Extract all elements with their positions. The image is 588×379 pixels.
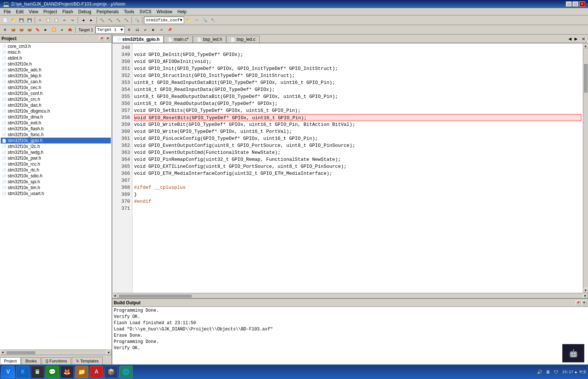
file-item-stm32f10x_conf_h[interactable]: 📄stm32f10x_conf.h [1,91,111,96]
tb2-btn14[interactable]: 📌 [166,26,173,33]
tb2-btn10[interactable]: 🗂 [134,26,141,33]
file-item-stm32f10x_dma_h[interactable]: 📄stm32f10x_dma.h [1,114,111,120]
code-hscroll-track[interactable] [118,294,582,298]
tb-redo-button[interactable]: ↪ [69,17,76,24]
app-k-button[interactable]: K [16,366,29,378]
tb2-btn12[interactable]: ▶ [150,26,157,33]
left-hscroll-right-button[interactable]: ▶ [106,350,112,355]
tb2-btn13[interactable]: ↩ [158,26,165,33]
left-hscroll-track[interactable] [6,351,106,354]
start-button[interactable]: V [1,366,15,378]
file-item-stm32f10x_i2c_h[interactable]: 📄stm32f10x_i2c.h [1,144,111,149]
tb-build-button[interactable]: 🔨 [98,17,106,24]
menu-edit[interactable]: Edit [14,8,26,15]
tb2-btn9[interactable]: 📤 [66,26,74,33]
app-browser-button[interactable]: 🦊 [60,366,74,378]
file-item-stm32f10x_rtc_h[interactable]: 📄stm32f10x_rtc.h [1,167,111,173]
file-item-stm32f10x_pwr_h[interactable]: 📄stm32f10x_pwr.h [1,155,111,161]
file-item-stm32f10x_usart_h[interactable]: 📄stm32f10x_usart.h [1,191,111,196]
app-folder-button[interactable]: 📁 [75,366,88,378]
tab-functions[interactable]: {} Functions [42,357,71,364]
tb-paste-button[interactable]: 📋 [53,17,60,24]
tb-build4-button[interactable]: 🔨 [123,17,130,24]
file-item-stm32f10x_gpio_h[interactable]: 📄stm32f10x_gpio.h [1,138,111,144]
panel-close-button[interactable]: ✕ [105,36,110,41]
tab-close-all-button[interactable]: ✕ [579,35,588,43]
file-item-stm32f10x_crc_h[interactable]: 📄stm32f10x_crc.h [1,96,111,102]
tab-bsp-led-h[interactable]: 📄 bsp_led.h [193,36,226,43]
code-vscrollbar[interactable]: ▲ ▼ [583,43,588,293]
left-hscroll-left-button[interactable]: ◀ [0,350,5,355]
file-item-stm32f10x_adc_h[interactable]: 📄stm32f10x_adc.h [1,67,111,73]
left-hscroll-thumb[interactable] [6,351,35,354]
menu-tools[interactable]: Tools [122,8,137,15]
app-chat-button[interactable]: 💬 [46,366,59,378]
target-dropdown[interactable]: Target 1▼ [95,26,125,33]
close-button[interactable]: ✕ [579,1,585,7]
tb2-btn6[interactable]: ▶ [42,26,49,33]
menu-project[interactable]: Project [41,8,59,15]
menu-flash[interactable]: Flash [60,8,75,15]
tab-nav-left-button[interactable]: ◀ [567,35,573,43]
tab-nav-right-button[interactable]: ▶ [573,35,579,43]
menu-window[interactable]: Window [154,8,175,15]
tb-build3-button[interactable]: 🔨 [115,17,122,24]
file-item-stm32f10x_sdio_h[interactable]: 📄stm32f10x_sdio.h [1,173,111,179]
tb2-btn4[interactable]: 📦 [26,26,33,33]
tb2-btn7[interactable]: 🔀 [50,26,57,33]
tb-goto-button[interactable]: → [193,17,200,24]
file-item-stm32f10x_dac_h[interactable]: 📄stm32f10x_dac.h [1,102,111,108]
file-item-stm32f10x_h[interactable]: 📄stm32f10x.h [1,61,111,67]
tb2-btn3[interactable]: 📦 [18,26,25,33]
vscroll-up-button[interactable]: ▲ [583,43,588,49]
file-item-stm32f10x_rcc_h[interactable]: 📄stm32f10x_rcc.h [1,161,111,167]
tb-search-button[interactable]: 🔍 [133,17,141,24]
code-content[interactable]: void GPIO_DeInit(GPIO_TypeDef* GPIOx);vo… [133,43,583,293]
minimize-button[interactable]: ─ [566,1,572,7]
tb2-btn5[interactable]: 🔖 [34,26,41,33]
file-item-stm32f10x_fsmc_h[interactable]: 📄stm32f10x_fsmc.h [1,132,111,138]
build-close-button[interactable]: ✕ [581,300,587,305]
tb2-btn11[interactable]: ✔ [142,26,149,33]
tab-books[interactable]: Books [21,357,41,364]
tab-templates[interactable]: ↳ Templates [72,357,103,364]
file-dropdown[interactable]: stm32f10x_conf ▼ [144,17,184,24]
vscroll-down-button[interactable]: ▼ [583,288,588,293]
left-hscrollbar[interactable]: ◀ ▶ [0,350,112,355]
menu-help[interactable]: Help [175,8,189,15]
tb-tools-button[interactable]: 🔧 [209,17,216,24]
tb-save-button[interactable]: 💾 [18,17,25,24]
menu-view[interactable]: View [27,8,41,15]
panel-pin-button[interactable]: 📌 [99,36,104,41]
file-item-stm32f10x_tim_h[interactable]: 📄stm32f10x_tim.h [1,185,111,191]
file-item-stm32f10x_iwdg_h[interactable]: 📄stm32f10x_iwdg.h [1,149,111,155]
menu-debug[interactable]: Debug [76,8,94,15]
tb-search2-button[interactable]: 🔍 [201,17,208,24]
tb-cut-button[interactable]: ✂ [36,17,44,24]
tb2-settings-button[interactable]: ⚙ [126,26,133,33]
tb-nav-back-button[interactable]: ◀ [80,17,87,24]
code-hscroll-left-button[interactable]: ◀ [112,293,117,298]
file-item-stm32f10x_exti_h[interactable]: 📄stm32f10x_exti.h [1,120,111,126]
app-7-button[interactable]: 📦 [105,366,118,378]
code-hscrollbar[interactable]: ◀ ▶ [112,293,588,298]
tab-main-c[interactable]: 📄 main.c* [164,36,193,43]
file-item-stm32f10x_bkp_h[interactable]: 📄stm32f10x_bkp.h [1,73,111,79]
file-item-stm32f10x_flash_h[interactable]: 📄stm32f10x_flash.h [1,126,111,132]
tb-nav-fwd-button[interactable]: ▶ [88,17,95,24]
app-calc-button[interactable]: 🖩 [31,366,44,378]
app-8-button[interactable]: 🌐 [119,366,133,378]
code-hscroll-right-button[interactable]: ▶ [583,293,588,298]
tab-stm32gpio-h[interactable]: 📄 stm32f10x_gpio.h [112,36,163,43]
code-hscroll-thumb[interactable] [118,294,192,298]
tb-copy-button[interactable]: 📋 [45,17,52,24]
tb-undo-button[interactable]: ↩ [61,17,68,24]
menu-file[interactable]: File [1,8,13,15]
file-item-stm32f10x_dbgmcu_h[interactable]: 📄stm32f10x_dbgmcu.h [1,108,111,114]
title-bar-controls[interactable]: ─ □ ✕ [566,1,585,7]
tb-open-button[interactable]: 📂 [10,17,17,24]
tb2-btn8[interactable]: ↺ [58,26,66,33]
file-item-misc_h[interactable]: 📄misc.h [1,49,111,55]
file-item-stm32f10x_can_h[interactable]: 📄stm32f10x_can.h [1,79,111,85]
file-item-core_cm3_h[interactable]: 📄core_cm3.h [1,43,111,49]
